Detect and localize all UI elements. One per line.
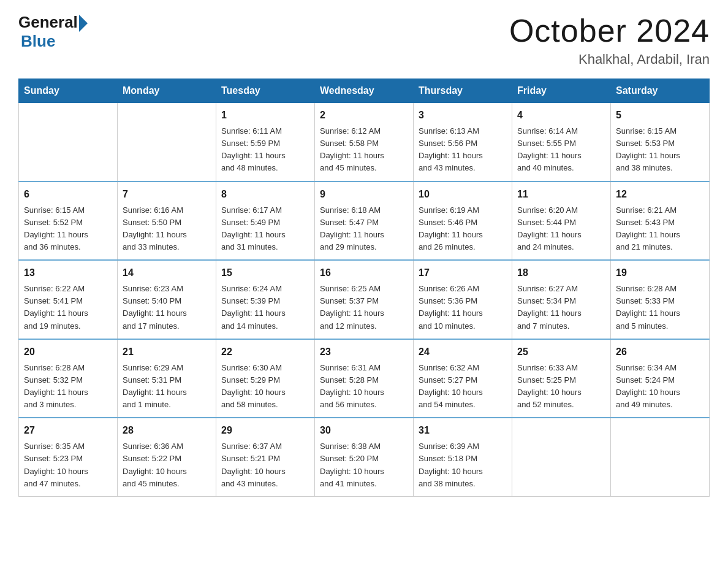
calendar-cell: 13Sunrise: 6:22 AMSunset: 5:41 PMDayligh… — [19, 260, 118, 339]
day-number: 25 — [517, 345, 605, 359]
calendar-cell: 7Sunrise: 6:16 AMSunset: 5:50 PMDaylight… — [118, 182, 216, 261]
calendar-cell: 21Sunrise: 6:29 AMSunset: 5:31 PMDayligh… — [118, 339, 216, 418]
calendar-cell — [19, 103, 118, 182]
calendar-cell: 3Sunrise: 6:13 AMSunset: 5:56 PMDaylight… — [414, 103, 512, 182]
day-info: Sunrise: 6:32 AMSunset: 5:27 PMDaylight:… — [419, 362, 507, 412]
day-info: Sunrise: 6:11 AMSunset: 5:59 PMDaylight:… — [221, 125, 309, 175]
day-number: 8 — [221, 187, 309, 202]
calendar-cell: 14Sunrise: 6:23 AMSunset: 5:40 PMDayligh… — [118, 260, 216, 339]
day-number: 6 — [24, 187, 112, 202]
day-info: Sunrise: 6:23 AMSunset: 5:40 PMDaylight:… — [123, 283, 211, 332]
day-info: Sunrise: 6:34 AMSunset: 5:24 PMDaylight:… — [616, 362, 704, 412]
day-number: 5 — [616, 108, 704, 123]
day-number: 3 — [419, 108, 507, 123]
calendar-cell: 28Sunrise: 6:36 AMSunset: 5:22 PMDayligh… — [118, 418, 216, 496]
day-number: 10 — [419, 187, 507, 202]
weekday-header-sunday: Sunday — [19, 79, 118, 103]
calendar-cell — [611, 418, 710, 496]
weekday-header-monday: Monday — [118, 79, 216, 103]
day-number: 28 — [123, 423, 211, 438]
day-number: 30 — [320, 423, 408, 438]
day-number: 1 — [221, 108, 309, 123]
day-number: 4 — [517, 108, 605, 123]
day-number: 21 — [123, 345, 211, 359]
day-info: Sunrise: 6:36 AMSunset: 5:22 PMDaylight:… — [123, 440, 211, 490]
calendar-week-row: 6Sunrise: 6:15 AMSunset: 5:52 PMDaylight… — [19, 182, 710, 261]
calendar-cell: 30Sunrise: 6:38 AMSunset: 5:20 PMDayligh… — [315, 418, 414, 496]
logo-general-text: General — [18, 13, 78, 32]
calendar-cell: 9Sunrise: 6:18 AMSunset: 5:47 PMDaylight… — [315, 182, 414, 261]
calendar-cell: 2Sunrise: 6:12 AMSunset: 5:58 PMDaylight… — [315, 103, 414, 182]
day-number: 23 — [320, 345, 408, 359]
logo-blue-text: Blue — [21, 32, 55, 51]
calendar-cell: 31Sunrise: 6:39 AMSunset: 5:18 PMDayligh… — [414, 418, 512, 496]
day-info: Sunrise: 6:20 AMSunset: 5:44 PMDaylight:… — [517, 204, 605, 254]
day-number: 15 — [221, 266, 309, 280]
calendar-cell: 26Sunrise: 6:34 AMSunset: 5:24 PMDayligh… — [611, 339, 710, 418]
page-header: General Blue October 2024 Khalkhal, Arda… — [18, 12, 710, 67]
calendar-week-row: 1Sunrise: 6:11 AMSunset: 5:59 PMDaylight… — [19, 103, 710, 182]
day-info: Sunrise: 6:13 AMSunset: 5:56 PMDaylight:… — [419, 125, 507, 175]
day-info: Sunrise: 6:15 AMSunset: 5:52 PMDaylight:… — [24, 204, 112, 254]
calendar-week-row: 27Sunrise: 6:35 AMSunset: 5:23 PMDayligh… — [19, 418, 710, 496]
calendar-cell: 25Sunrise: 6:33 AMSunset: 5:25 PMDayligh… — [512, 339, 611, 418]
calendar-cell: 4Sunrise: 6:14 AMSunset: 5:55 PMDaylight… — [512, 103, 611, 182]
calendar-cell: 23Sunrise: 6:31 AMSunset: 5:28 PMDayligh… — [315, 339, 414, 418]
day-info: Sunrise: 6:25 AMSunset: 5:37 PMDaylight:… — [320, 283, 408, 332]
day-number: 22 — [221, 345, 309, 359]
calendar-cell: 12Sunrise: 6:21 AMSunset: 5:43 PMDayligh… — [611, 182, 710, 261]
day-number: 16 — [320, 266, 408, 280]
calendar-cell: 5Sunrise: 6:15 AMSunset: 5:53 PMDaylight… — [611, 103, 710, 182]
day-info: Sunrise: 6:28 AMSunset: 5:32 PMDaylight:… — [24, 362, 112, 412]
day-number: 31 — [419, 423, 507, 438]
day-info: Sunrise: 6:19 AMSunset: 5:46 PMDaylight:… — [419, 204, 507, 254]
calendar-cell: 16Sunrise: 6:25 AMSunset: 5:37 PMDayligh… — [315, 260, 414, 339]
day-info: Sunrise: 6:37 AMSunset: 5:21 PMDaylight:… — [221, 440, 309, 490]
day-number: 7 — [123, 187, 211, 202]
day-info: Sunrise: 6:14 AMSunset: 5:55 PMDaylight:… — [517, 125, 605, 175]
day-info: Sunrise: 6:15 AMSunset: 5:53 PMDaylight:… — [616, 125, 704, 175]
calendar-cell: 18Sunrise: 6:27 AMSunset: 5:34 PMDayligh… — [512, 260, 611, 339]
weekday-header-wednesday: Wednesday — [315, 79, 414, 103]
day-info: Sunrise: 6:31 AMSunset: 5:28 PMDaylight:… — [320, 362, 408, 412]
day-info: Sunrise: 6:26 AMSunset: 5:36 PMDaylight:… — [419, 283, 507, 332]
calendar-cell: 1Sunrise: 6:11 AMSunset: 5:59 PMDaylight… — [216, 103, 315, 182]
calendar-header-row: SundayMondayTuesdayWednesdayThursdayFrid… — [19, 79, 710, 103]
day-info: Sunrise: 6:16 AMSunset: 5:50 PMDaylight:… — [123, 204, 211, 254]
logo-arrow-icon — [79, 15, 88, 32]
calendar-cell: 20Sunrise: 6:28 AMSunset: 5:32 PMDayligh… — [19, 339, 118, 418]
day-number: 9 — [320, 187, 408, 202]
day-number: 14 — [123, 266, 211, 280]
day-info: Sunrise: 6:24 AMSunset: 5:39 PMDaylight:… — [221, 283, 309, 332]
calendar-cell: 27Sunrise: 6:35 AMSunset: 5:23 PMDayligh… — [19, 418, 118, 496]
day-info: Sunrise: 6:18 AMSunset: 5:47 PMDaylight:… — [320, 204, 408, 254]
calendar-week-row: 20Sunrise: 6:28 AMSunset: 5:32 PMDayligh… — [19, 339, 710, 418]
day-number: 26 — [616, 345, 704, 359]
calendar-cell: 29Sunrise: 6:37 AMSunset: 5:21 PMDayligh… — [216, 418, 315, 496]
day-info: Sunrise: 6:12 AMSunset: 5:58 PMDaylight:… — [320, 125, 408, 175]
calendar-cell: 6Sunrise: 6:15 AMSunset: 5:52 PMDaylight… — [19, 182, 118, 261]
calendar-cell: 17Sunrise: 6:26 AMSunset: 5:36 PMDayligh… — [414, 260, 512, 339]
calendar-cell: 22Sunrise: 6:30 AMSunset: 5:29 PMDayligh… — [216, 339, 315, 418]
day-number: 11 — [517, 187, 605, 202]
weekday-header-tuesday: Tuesday — [216, 79, 315, 103]
calendar-cell: 19Sunrise: 6:28 AMSunset: 5:33 PMDayligh… — [611, 260, 710, 339]
calendar-cell: 15Sunrise: 6:24 AMSunset: 5:39 PMDayligh… — [216, 260, 315, 339]
day-info: Sunrise: 6:29 AMSunset: 5:31 PMDaylight:… — [123, 362, 211, 412]
day-number: 19 — [616, 266, 704, 280]
logo: General Blue — [18, 12, 88, 51]
calendar-cell — [512, 418, 611, 496]
day-info: Sunrise: 6:21 AMSunset: 5:43 PMDaylight:… — [616, 204, 704, 254]
calendar-cell — [118, 103, 216, 182]
day-info: Sunrise: 6:30 AMSunset: 5:29 PMDaylight:… — [221, 362, 309, 412]
calendar-cell: 8Sunrise: 6:17 AMSunset: 5:49 PMDaylight… — [216, 182, 315, 261]
day-number: 18 — [517, 266, 605, 280]
day-number: 2 — [320, 108, 408, 123]
day-info: Sunrise: 6:22 AMSunset: 5:41 PMDaylight:… — [24, 283, 112, 332]
day-number: 24 — [419, 345, 507, 359]
day-info: Sunrise: 6:38 AMSunset: 5:20 PMDaylight:… — [320, 440, 408, 490]
calendar-table: SundayMondayTuesdayWednesdayThursdayFrid… — [18, 79, 710, 497]
day-number: 17 — [419, 266, 507, 280]
calendar-cell: 10Sunrise: 6:19 AMSunset: 5:46 PMDayligh… — [414, 182, 512, 261]
page-subtitle: Khalkhal, Ardabil, Iran — [509, 52, 710, 67]
